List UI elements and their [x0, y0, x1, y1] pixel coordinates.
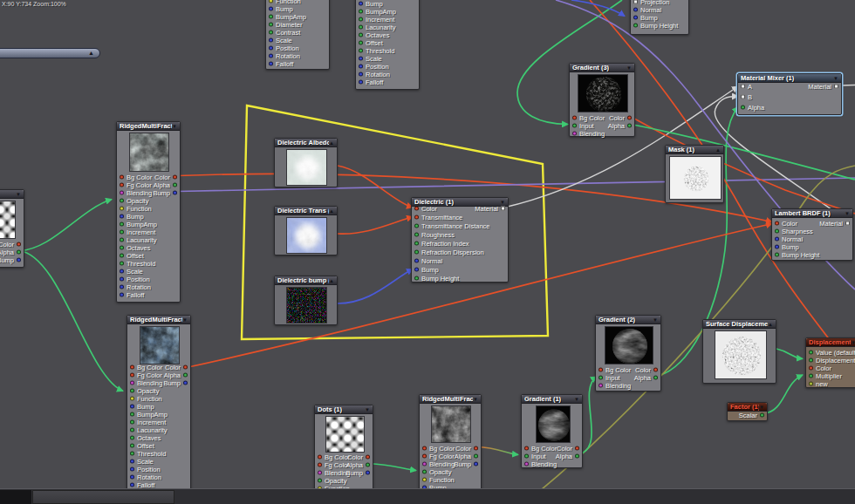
input-port-roughness[interactable]	[414, 233, 419, 237]
chevron-down-icon[interactable]: ▼	[473, 395, 478, 404]
node-titlebar[interactable]: Gradient (3)▼	[570, 64, 634, 72]
input-port-color[interactable]	[414, 207, 419, 211]
input-port-bg-color[interactable]	[572, 115, 577, 119]
input-port-normal[interactable]	[414, 259, 419, 263]
input-port-offset[interactable]	[120, 253, 124, 257]
chevron-up-icon[interactable]: ▲	[329, 276, 334, 285]
input-port-opacity[interactable]	[120, 198, 124, 202]
node-titlebar[interactable]: Dielectric Trans (1)▲	[275, 207, 337, 215]
input-port-normal[interactable]	[775, 236, 779, 241]
wire-rmf1-color-to-gradient1-input[interactable]	[477, 447, 519, 455]
output-port-material[interactable]	[845, 221, 850, 225]
node-texture-left[interactable]: ▼ColorAlphaBump	[0, 189, 24, 268]
output-port-scalar[interactable]	[760, 412, 764, 417]
wire-dbump-to-dielectric-bump[interactable]	[338, 269, 413, 304]
chevron-up-icon[interactable]: ▲	[329, 139, 334, 147]
output-port-color[interactable]	[653, 367, 658, 371]
input-port-bump[interactable]	[775, 244, 779, 249]
input-port-blending[interactable]	[120, 190, 124, 194]
input-port-color[interactable]	[809, 365, 813, 370]
chevron-down-icon[interactable]: ▼	[653, 316, 658, 324]
wire-dots1-alpha-to-rmf1-opacity[interactable]	[369, 464, 417, 471]
input-port-scale[interactable]	[269, 37, 273, 42]
chevron-up-icon[interactable]: ▲	[768, 320, 773, 329]
chevron-down-icon[interactable]: ▼	[172, 122, 177, 131]
input-port-bump[interactable]	[633, 15, 638, 19]
input-port-lacunarity[interactable]	[130, 427, 134, 432]
chevron-up-icon[interactable]: ▲	[329, 207, 334, 215]
input-port-bump[interactable]	[414, 268, 419, 272]
chevron-up-icon[interactable]: ▲	[88, 49, 94, 58]
input-port-offset[interactable]	[130, 443, 134, 447]
input-port-function[interactable]	[130, 396, 134, 400]
input-port-function[interactable]	[120, 206, 124, 210]
input-port-fg-color[interactable]	[318, 462, 322, 467]
input-port-a[interactable]	[741, 85, 745, 89]
input-port-falloff[interactable]	[120, 292, 124, 296]
node-gradient2[interactable]: Gradient (2)▼Bg ColorColorInputAlphaBlen…	[595, 315, 661, 392]
input-port-function[interactable]	[269, 0, 273, 3]
input-port-fg-color[interactable]	[120, 182, 124, 187]
node-surface-displacement[interactable]: Surface Displacement (1)▲	[702, 319, 776, 384]
input-port-opacity[interactable]	[422, 469, 427, 473]
input-port-octaves[interactable]	[120, 245, 124, 249]
input-port-octaves[interactable]	[359, 32, 363, 37]
input-port-bump-height[interactable]	[775, 252, 779, 256]
wire-surfdisp-to-displacement[interactable]	[776, 349, 803, 359]
input-port-offset[interactable]	[359, 40, 363, 44]
input-port-sharpness[interactable]	[775, 228, 779, 233]
chevron-down-icon[interactable]: ▼	[182, 316, 188, 324]
input-port-diameter[interactable]	[269, 22, 273, 26]
node-gradient3[interactable]: Gradient (3)▼Bg ColorColorInputAlphaBlen…	[569, 63, 635, 137]
node-titlebar[interactable]: Gradient (2)▼	[596, 316, 660, 324]
output-port-color[interactable]	[366, 454, 370, 459]
input-port-bump[interactable]	[359, 1, 363, 5]
input-port-blending[interactable]	[318, 470, 322, 474]
input-port-bg-color[interactable]	[524, 446, 529, 450]
output-port-alpha[interactable]	[653, 375, 658, 379]
node-fractal-top[interactable]: BumpBumpAmpIncrementLacunarityOctavesOff…	[355, 0, 420, 90]
input-port-blending[interactable]	[130, 380, 134, 385]
output-port-bump[interactable]	[474, 461, 478, 466]
node-mask[interactable]: Mask (1)▲	[665, 145, 724, 203]
node-lambert-brdf[interactable]: Lambert BRDF (1)▼ColorMaterialSharpnessN…	[771, 208, 853, 261]
node-titlebar[interactable]: Dielectric Albedo (1)▲	[275, 139, 337, 147]
node-dielectric-albedo[interactable]: Dielectric Albedo (1)▲	[274, 138, 338, 187]
input-port-opacity[interactable]	[130, 388, 134, 392]
input-port-bumpamp[interactable]	[130, 412, 134, 416]
horizontal-scrollbar[interactable]	[0, 488, 855, 504]
input-port-fg-color[interactable]	[422, 453, 427, 458]
input-port-function[interactable]	[422, 477, 427, 481]
input-port-threshold[interactable]	[130, 451, 134, 455]
input-port-blending[interactable]	[422, 461, 427, 466]
node-titlebar[interactable]: RidgedMultiFractal (3)▼	[127, 316, 190, 324]
input-port-rotation[interactable]	[130, 474, 134, 479]
input-port-bg-color[interactable]	[598, 367, 603, 371]
input-port-normal[interactable]	[633, 7, 638, 11]
output-port-alpha[interactable]	[173, 182, 177, 187]
input-port-rotation[interactable]	[120, 284, 124, 289]
input-port-falloff[interactable]	[269, 61, 273, 65]
wire-lambert-to-mixer-b[interactable]	[715, 97, 848, 222]
node-displacement[interactable]: Displacement (1)▼Value (default=Displace…	[805, 337, 855, 388]
input-port-opacity[interactable]	[318, 478, 322, 482]
input-port-input[interactable]	[598, 375, 603, 379]
input-port-bg-color[interactable]	[318, 454, 322, 459]
output-port-color[interactable]	[183, 364, 188, 369]
wire-trans-to-dielectric-transmittance[interactable]	[338, 217, 413, 235]
wire-left-alpha-to-rmf3-opacity[interactable]	[20, 251, 124, 392]
input-port-position[interactable]	[269, 45, 273, 50]
input-port-lacunarity[interactable]	[120, 237, 124, 242]
output-port-material[interactable]	[501, 207, 505, 211]
node-dielectric[interactable]: Dielectric (1)▼ColorMaterialTransmittanc…	[411, 197, 509, 283]
input-port-transmittance-distance[interactable]	[414, 224, 419, 228]
input-port-rotation[interactable]	[359, 72, 363, 76]
input-port-input[interactable]	[524, 453, 529, 458]
input-port-bumpamp[interactable]	[120, 221, 124, 226]
input-port-lacunarity[interactable]	[359, 24, 363, 29]
node-factor[interactable]: Factor (1)▼Scalar	[727, 402, 768, 421]
input-port-projection[interactable]	[633, 0, 638, 3]
input-port-blending[interactable]	[598, 383, 603, 387]
input-port-falloff[interactable]	[130, 482, 134, 487]
input-port-bump[interactable]	[269, 6, 273, 10]
